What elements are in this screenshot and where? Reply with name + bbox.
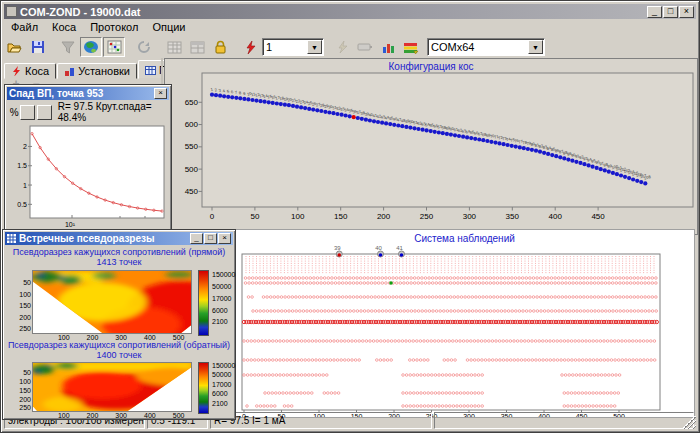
battery-button[interactable] [354,37,376,57]
layers-icon [403,41,419,54]
channel-combo[interactable]: 1 ▼ [262,38,324,56]
colorbar-label: 2100 [212,318,228,325]
svg-text:650: 650 [185,98,199,107]
x-tick-label: 500 [173,412,185,419]
observation-chart[interactable]: 050100150200250300350400450500394041 [235,230,694,417]
open-file-button[interactable] [4,37,26,57]
channel-combo-value: 1 [263,41,306,53]
observation-panel: Система наблюдений 050100150200250300350… [234,229,695,418]
menu-item-0[interactable]: Файл [4,21,45,33]
config-chart-panel: Конфигурация кос 65060055050045005010015… [164,58,698,235]
pseudosection-forward: Псевдоразрез кажущихся сопротивлений (пр… [6,247,232,337]
table-icon [167,41,182,54]
x-tick-label: 300 [115,412,127,419]
chevron-down-icon[interactable]: ▼ [307,40,322,54]
pseudo-minimize-button[interactable]: _ [190,233,203,244]
svg-text:250: 250 [420,212,434,221]
decay-chart[interactable]: 21.510.510¹ [10,123,168,229]
refresh-button[interactable] [133,37,155,57]
y-tick-label: 50 [23,368,31,375]
resize-grip[interactable] [683,416,696,429]
pseudo-forward-plot[interactable]: 50100150200250100200300400500 [32,270,192,334]
pseudo-forward-subtitle: 1413 точек [6,257,232,267]
bar-chart-button[interactable] [377,37,399,57]
colorbar-label: 50000 [212,371,231,378]
workspace: + − Конфигурация кос 6506005505004500501… [4,79,696,404]
table-alt-icon [190,41,205,54]
layers-button[interactable] [400,37,422,57]
svg-text:350: 350 [506,212,520,221]
svg-text:40: 40 [375,245,382,251]
pseudo-reverse-subtitle: 1400 точек [6,350,232,360]
config-chart[interactable]: 6506005505004500501001502002503003504004… [165,59,697,234]
pseudo-reverse-title: Псевдоразрез кажущихся сопротивлений (об… [6,340,232,350]
grid-chart-button[interactable] [103,37,125,57]
table-alt-button[interactable] [186,37,208,57]
com-port-combo-value: COMx64 [428,41,527,53]
close-button[interactable]: × [679,6,694,18]
svg-text:450: 450 [185,187,199,196]
decay-info: R= 97.5 Крут.спада= 48.4% [58,101,167,123]
minimize-button[interactable]: _ [647,6,662,18]
svg-text:10¹: 10¹ [65,221,76,228]
decay-window: Спад ВП, точка 953 × % R= 97.5 Крут.спад… [4,84,172,232]
svg-text:450: 450 [591,212,605,221]
pseudo-forward-title: Псевдоразрез кажущихся сопротивлений (пр… [6,247,232,257]
toolbar: 1 ▼ COMx64 ▼ [4,35,696,59]
svg-text:200: 200 [377,212,391,221]
pseudo-reverse-colorbar [198,362,209,414]
status-params: R= 97.5 I= 1 мА [210,412,432,429]
pseudo-window-titlebar[interactable]: Встречные псевдоразрезы _ □ × [5,232,233,245]
menu-item-2[interactable]: Протокол [83,21,145,33]
colorbar-label: 50000 [212,282,231,289]
svg-text:400: 400 [549,212,563,221]
funnel-icon [61,41,75,54]
y-tick-label: 250 [19,404,31,411]
x-tick-label: 400 [144,412,156,419]
save-button[interactable] [27,37,49,57]
com-port-combo[interactable]: COMx64 ▼ [427,38,545,56]
lock-icon [214,40,227,54]
refresh-icon [137,40,151,54]
percent-label: % [9,107,20,118]
app-window: COM-ZOND - 19000.dat _ □ × ФайлКосаПрото… [0,0,700,433]
colorbar-label: 150000 [212,270,235,277]
pseudo-close-button[interactable]: × [218,233,231,244]
svg-text:41: 41 [396,245,403,251]
maximize-button[interactable]: □ [663,6,678,18]
funnel-button[interactable] [57,37,79,57]
observation-title: Система наблюдений [235,233,694,244]
decay-close-button[interactable]: × [154,88,167,99]
map-view-button[interactable] [80,37,102,57]
lock-button[interactable] [209,37,231,57]
svg-text:150: 150 [334,212,348,221]
decay-b-button[interactable] [20,105,35,120]
y-tick-label: 100 [19,377,31,384]
probe-button[interactable] [239,37,261,57]
decay-n-button[interactable] [37,105,52,120]
y-tick-label: 200 [19,313,31,320]
y-tick-label: 200 [19,395,31,402]
pseudo-forward-colorbar [198,270,209,336]
svg-text:100: 100 [291,212,305,221]
colorbar-label: 17000 [212,380,231,387]
table-button[interactable] [163,37,185,57]
tab-Установки[interactable]: Установки [57,63,137,79]
battery-icon [357,42,373,52]
menu-item-1[interactable]: Коса [45,21,83,33]
pseudo-maximize-button[interactable]: □ [204,233,217,244]
colorbar-label: 150000 [212,362,235,369]
map-icon [83,40,99,54]
bolt-button[interactable] [331,37,353,57]
save-icon [31,40,45,54]
svg-text:50: 50 [250,212,259,221]
title-bar[interactable]: COM-ZOND - 19000.dat _ □ × [4,4,696,19]
pseudo-reverse-plot[interactable]: 50100150200250100200300400500 [32,362,192,412]
pseudo-reverse-heatmap [33,363,191,411]
menu-item-3[interactable]: Опции [145,21,192,33]
svg-text:600: 600 [185,120,199,129]
x-tick-label: 100 [58,412,70,419]
chevron-down-icon[interactable]: ▼ [528,40,543,54]
decay-window-titlebar[interactable]: Спад ВП, точка 953 × [7,87,169,100]
decay-toolbar: % R= 97.5 Крут.спада= 48.4% [9,103,167,121]
